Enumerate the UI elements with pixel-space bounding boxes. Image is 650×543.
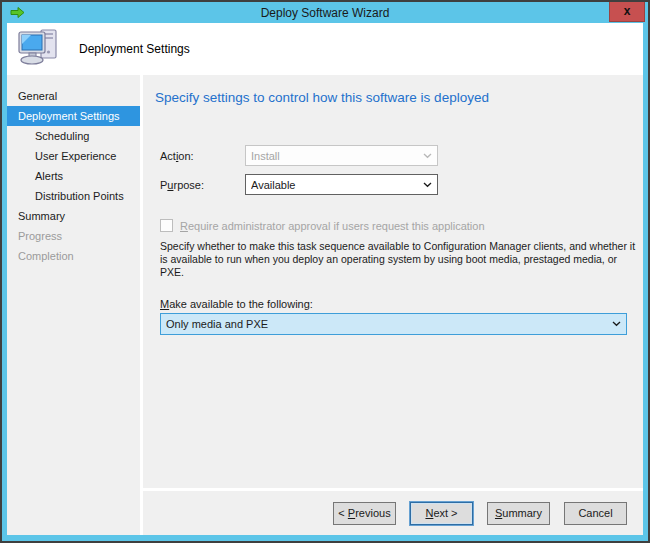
wizard-footer: < Previous Next > Summary Cancel — [143, 491, 643, 535]
window-title: Deploy Software Wizard — [7, 6, 643, 20]
close-button[interactable]: x — [609, 1, 645, 22]
chevron-down-icon — [423, 182, 432, 188]
deployment-settings-form: Specify settings to control how this sof… — [143, 75, 643, 488]
next-button[interactable]: Next > — [410, 502, 473, 525]
summary-button[interactable]: Summary — [487, 502, 550, 525]
make-available-label: Make available to the following: — [160, 298, 643, 310]
title-bar: Deploy Software Wizard x — [7, 2, 643, 23]
cancel-button[interactable]: Cancel — [564, 502, 627, 525]
sidebar-item-user-experience[interactable]: User Experience — [7, 146, 140, 166]
sidebar-item-alerts[interactable]: Alerts — [7, 166, 140, 186]
content-heading: Specify settings to control how this sof… — [155, 90, 643, 105]
wizard-header: Deployment Settings — [7, 23, 643, 75]
require-approval-label: Require administrator approval if users … — [180, 220, 485, 232]
action-label: Action: — [160, 150, 245, 162]
computer-icon — [17, 28, 59, 70]
deploy-software-wizard-window: Deploy Software Wizard x — [0, 0, 650, 543]
chevron-down-icon — [612, 321, 621, 327]
task-sequence-description: Specify whether to make this task sequen… — [160, 240, 642, 279]
sidebar-item-summary[interactable]: Summary — [7, 206, 140, 226]
sidebar-item-progress: Progress — [7, 226, 140, 246]
sidebar-item-completion: Completion — [7, 246, 140, 266]
previous-button[interactable]: < Previous — [333, 502, 396, 525]
action-select: Install — [245, 145, 438, 166]
purpose-select[interactable]: Available — [245, 174, 438, 195]
sidebar-item-distribution-points[interactable]: Distribution Points — [7, 186, 140, 206]
purpose-label: Purpose: — [160, 179, 245, 191]
sidebar-item-deployment-settings[interactable]: Deployment Settings — [7, 106, 140, 126]
require-approval-checkbox — [160, 219, 173, 232]
sidebar-item-scheduling[interactable]: Scheduling — [7, 126, 140, 146]
wizard-steps-sidebar: General Deployment Settings Scheduling U… — [7, 75, 140, 535]
chevron-down-icon — [423, 153, 432, 159]
page-title: Deployment Settings — [79, 42, 190, 56]
make-available-select[interactable]: Only media and PXE — [160, 313, 627, 335]
sidebar-item-general[interactable]: General — [7, 86, 140, 106]
